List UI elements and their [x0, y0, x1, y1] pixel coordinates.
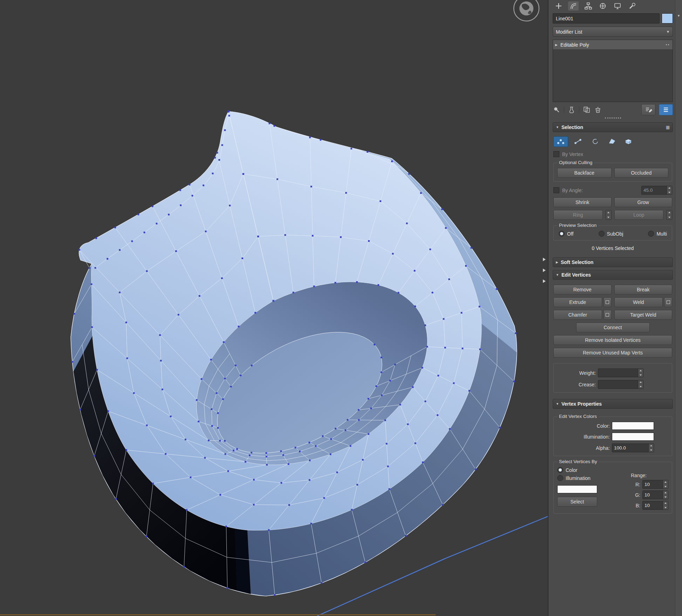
tab-utilities[interactable]: [627, 1, 637, 11]
select-by-color-radio[interactable]: [557, 467, 563, 473]
object-name-field[interactable]: Line001: [553, 13, 660, 23]
panel-scroll-arrow[interactable]: [543, 269, 546, 272]
vertex-illumination-swatch[interactable]: [612, 433, 654, 441]
by-vertex-checkbox[interactable]: [553, 151, 559, 157]
weight-value: [598, 369, 638, 377]
weight-crease-group: Weight: Crease:: [553, 363, 672, 393]
preview-subobj-radio[interactable]: [599, 231, 605, 237]
modifier-sets-list-button[interactable]: [659, 104, 673, 115]
rollout-edit-vertices-header[interactable]: ▼ Edit Vertices: [553, 270, 673, 280]
pin-stack-button[interactable]: [553, 106, 560, 114]
vertex-icon: [557, 138, 565, 145]
subobject-border-button[interactable]: [588, 136, 602, 146]
chamfer-settings-button[interactable]: [603, 310, 612, 320]
viewport-navigation-gizmo[interactable]: [514, 0, 539, 21]
remove-unused-map-verts-button[interactable]: Remove Unused Map Verts: [553, 348, 672, 358]
range-b-spinner[interactable]: [663, 501, 668, 509]
tab-create[interactable]: [553, 1, 564, 11]
utilities-icon: [628, 2, 636, 10]
connect-button[interactable]: Connect: [576, 323, 650, 332]
test-tube-icon: [568, 106, 575, 114]
chamfer-button[interactable]: Chamfer: [553, 310, 602, 320]
range-r-field[interactable]: 10: [642, 480, 668, 489]
extrude-settings-button[interactable]: [603, 297, 612, 307]
subobject-polygon-button[interactable]: [605, 136, 619, 146]
make-unique-button[interactable]: [583, 106, 591, 114]
divider: [579, 107, 579, 113]
flyout-arrow-icon[interactable]: ▼: [677, 14, 680, 616]
modifier-list-dropdown[interactable]: Modifier List ▼: [553, 27, 673, 37]
range-b-value: 10: [643, 501, 663, 509]
remove-modifier-button[interactable]: [594, 106, 602, 114]
preview-multi-radio[interactable]: [648, 231, 654, 237]
panel-drag-handle[interactable]: [553, 116, 673, 120]
create-icon: [555, 2, 562, 10]
edge-icon: [574, 138, 582, 144]
tab-modify[interactable]: [568, 1, 579, 11]
crease-spinner[interactable]: [638, 380, 643, 388]
tab-motion[interactable]: [598, 1, 608, 11]
by-angle-value: 45.0: [642, 186, 667, 194]
ring-button[interactable]: Ring: [553, 210, 603, 220]
alpha-spinner[interactable]: [648, 444, 654, 452]
configure-modifier-sets-button[interactable]: [641, 104, 655, 115]
rollout-selection-header[interactable]: ▼ Selection ▦: [553, 122, 673, 132]
panel-scroll-arrow[interactable]: [543, 258, 546, 261]
loop-button[interactable]: Loop: [614, 210, 664, 220]
grow-button[interactable]: Grow: [614, 197, 673, 207]
stack-item-badges: [666, 44, 669, 45]
by-angle-spinner[interactable]: [667, 186, 672, 194]
target-weld-button[interactable]: Target Weld: [614, 310, 673, 320]
polygon-icon: [607, 138, 616, 144]
ring-spinner[interactable]: [606, 210, 612, 220]
range-g-field[interactable]: 10: [642, 490, 668, 499]
panel-scroll-arrow[interactable]: [543, 279, 546, 283]
occluded-button[interactable]: Occluded: [614, 168, 669, 178]
alpha-field[interactable]: 100.0: [612, 444, 654, 452]
rollout-soft-selection: ▶ Soft Selection: [553, 257, 673, 267]
tab-display[interactable]: [612, 1, 623, 11]
weld-settings-button[interactable]: [664, 297, 672, 307]
select-by-color-swatch[interactable]: [557, 485, 597, 493]
tab-hierarchy[interactable]: [583, 1, 593, 11]
collapse-icon: ▼: [556, 402, 559, 406]
viewport-3d[interactable]: [0, 0, 548, 616]
loop-spinner[interactable]: [666, 210, 672, 220]
rollout-soft-selection-header[interactable]: ▶ Soft Selection: [553, 257, 673, 267]
by-angle-checkbox[interactable]: [553, 187, 559, 193]
vertex-color-swatch[interactable]: [612, 422, 654, 430]
select-by-illumination-radio[interactable]: [557, 475, 563, 481]
object-color-swatch[interactable]: [662, 13, 673, 23]
mesh-object[interactable]: [71, 111, 517, 596]
rollout-edit-vertices: ▼ Edit Vertices Remove Break Extrude Wel…: [553, 270, 673, 396]
subobject-vertex-button[interactable]: [553, 136, 568, 147]
remove-button[interactable]: Remove: [553, 285, 612, 295]
range-r-label: R:: [635, 482, 640, 487]
crease-field[interactable]: [598, 380, 643, 389]
panel-right-strip: ▼: [675, 0, 682, 616]
show-end-result-button[interactable]: [568, 106, 575, 114]
shrink-button[interactable]: Shrink: [553, 197, 612, 207]
weight-spinner[interactable]: [638, 369, 643, 377]
subobject-element-button[interactable]: [621, 136, 635, 146]
extrude-button[interactable]: Extrude: [553, 297, 602, 307]
range-b-field[interactable]: 10: [642, 501, 668, 510]
make-unique-icon: [583, 106, 591, 114]
select-vertices-button[interactable]: Select: [557, 497, 597, 507]
range-g-spinner[interactable]: [663, 491, 668, 499]
modifier-stack-item[interactable]: ▶ Editable Poly: [553, 40, 673, 50]
element-icon: [624, 138, 633, 144]
preview-off-radio[interactable]: [559, 231, 565, 237]
break-button[interactable]: Break: [614, 285, 673, 295]
subobject-edge-button[interactable]: [571, 136, 585, 146]
weld-button[interactable]: Weld: [614, 297, 663, 307]
remove-isolated-vertices-button[interactable]: Remove Isolated Vertices: [553, 335, 672, 345]
subobject-mode-row: [553, 136, 672, 147]
range-r-spinner[interactable]: [663, 480, 668, 488]
modifier-stack-toolbar: [553, 104, 673, 115]
by-angle-field[interactable]: 45.0: [641, 186, 672, 195]
rollout-vertex-properties-header[interactable]: ▼ Vertex Properties: [553, 399, 673, 409]
weight-field[interactable]: [598, 368, 643, 377]
backface-button[interactable]: Backface: [557, 168, 612, 178]
range-label: Range:: [617, 473, 668, 478]
